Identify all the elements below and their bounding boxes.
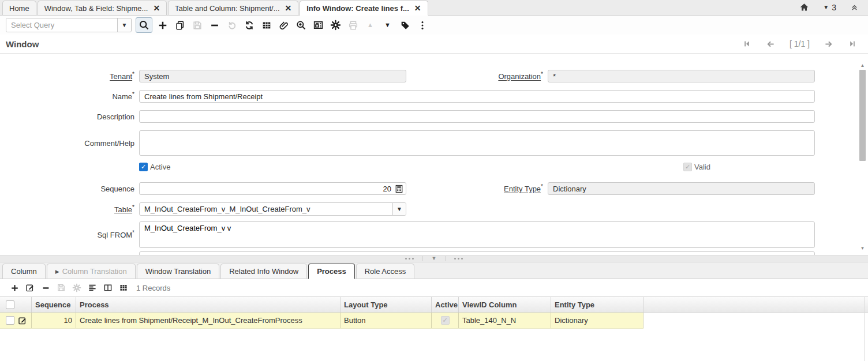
print-button[interactable] [345, 17, 361, 33]
col-process[interactable]: Process [76, 297, 341, 312]
sequence-field[interactable] [144, 185, 391, 193]
undo-button[interactable] [223, 17, 240, 33]
table-row[interactable]: 10 Create lines from Shipment/Receipt_M_… [0, 313, 643, 329]
split-layout-button[interactable] [103, 283, 113, 293]
tab-related-info-window[interactable]: Related Info Window [220, 264, 307, 279]
tab-role-access[interactable]: Role Access [356, 264, 415, 279]
tab-label: Table and Column: Shipment/... [175, 4, 279, 13]
close-icon[interactable]: ✕ [153, 4, 160, 12]
col-entity-type[interactable]: Entity Type [551, 297, 643, 312]
close-icon[interactable]: ✕ [285, 4, 292, 12]
tab-table-and-column[interactable]: Table and Column: Shipment/...✕ [168, 1, 298, 16]
splitter[interactable]: ▼ [0, 255, 868, 262]
row-select-checkbox[interactable] [6, 316, 14, 325]
last-record-button[interactable] [847, 39, 856, 48]
attachment-button[interactable] [275, 17, 292, 33]
comment-help-field[interactable] [139, 130, 815, 156]
new-record-button[interactable] [154, 17, 171, 33]
table-combobox[interactable]: M_InOut_CreateFrom_v_M_InOut_CreateFrom_… [139, 202, 406, 216]
tab-process[interactable]: Process [308, 264, 355, 279]
home-icon[interactable] [799, 2, 809, 12]
grid-view-button[interactable] [258, 17, 275, 33]
quick-form-button[interactable] [87, 283, 98, 293]
label-button[interactable] [396, 17, 413, 33]
name-field[interactable] [144, 92, 810, 101]
col-sequence[interactable]: Sequence [32, 297, 76, 312]
report-button[interactable] [310, 17, 327, 33]
previous-record-button[interactable] [766, 39, 776, 49]
scroll-down-icon[interactable]: ▼ [859, 246, 866, 251]
active-row-checkbox: ✓ [441, 316, 450, 325]
save-button[interactable] [189, 17, 205, 33]
tab-column[interactable]: Column [2, 264, 46, 279]
more-options-button[interactable] [414, 17, 431, 33]
tab-label: Window, Tab & Field: Shipme... [44, 4, 148, 13]
calculator-icon[interactable] [395, 185, 403, 193]
record-indicator: [ 1/1 ] [790, 39, 810, 48]
zoom-across-button[interactable] [293, 17, 309, 33]
detail-scroll-rail [864, 297, 865, 361]
parent-record-button[interactable]: ▲ [362, 17, 379, 33]
detail-tab-bar: Column ▶Column Translation Window Transl… [0, 262, 868, 279]
windows-count: 3 [832, 3, 836, 12]
main-toolbar: ▼ ▲ ▼ [0, 16, 868, 35]
open-windows-dropdown[interactable]: ▼ 3 [823, 3, 836, 12]
detail-save-button[interactable] [56, 283, 66, 293]
scrollbar-thumb[interactable] [859, 70, 866, 161]
col-viewid-column[interactable]: ViewID Column [459, 297, 551, 312]
table-dropdown-button[interactable]: ▼ [392, 203, 406, 215]
sequence-label: Sequence [0, 185, 134, 193]
refresh-button[interactable] [241, 17, 257, 33]
comment-help-label: Comment/Help [0, 139, 134, 148]
col-active[interactable]: Active [432, 297, 459, 312]
col-layout-type[interactable]: Layout Type [341, 297, 432, 312]
next-record-button[interactable] [824, 39, 833, 49]
sql-from-field[interactable]: M_InOut_CreateFrom_v v [139, 221, 815, 248]
caret-down-icon: ▼ [396, 206, 402, 212]
copy-record-button[interactable] [171, 17, 188, 33]
search-button[interactable] [136, 17, 152, 33]
entity-type-field: Dictionary [548, 182, 815, 195]
splitter-handle[interactable]: ▼ [397, 256, 472, 261]
row-edit-button[interactable] [18, 316, 27, 325]
page-title: Window [6, 39, 39, 49]
combo-dropdown-button[interactable]: ▼ [117, 18, 131, 32]
breadcrumb-row: Window [ 1/1 ] [0, 35, 868, 54]
organization-field: * [548, 70, 815, 82]
detail-record-button[interactable]: ▼ [379, 17, 396, 33]
active-checkbox[interactable]: ✓ [139, 163, 148, 171]
select-query-input[interactable] [6, 18, 117, 32]
delete-record-button[interactable] [206, 17, 223, 33]
organization-label[interactable]: Organization* [406, 71, 543, 81]
tenant-label[interactable]: Tenant* [0, 71, 134, 81]
detail-gear-button[interactable] [72, 283, 82, 293]
tab-window-tab-field[interactable]: Window, Tab & Field: Shipme...✕ [38, 1, 167, 16]
description-label: Description [0, 112, 134, 121]
cell-entity-type: Dictionary [551, 313, 643, 328]
tab-window-translation[interactable]: Window Translation [137, 264, 219, 279]
form-scrollbar[interactable]: ▲ ▼ [859, 63, 866, 251]
detail-toolbar: 1 Records [0, 279, 868, 296]
tab-label: Info Window: Create lines f... [306, 4, 409, 13]
scroll-up-icon[interactable]: ▲ [859, 63, 866, 68]
detail-edit-button[interactable] [25, 283, 35, 293]
tab-home[interactable]: Home [2, 1, 36, 16]
tab-info-window[interactable]: Info Window: Create lines f...✕ [300, 1, 428, 16]
active-label: Active [150, 163, 170, 171]
table-label[interactable]: Table* [0, 204, 134, 214]
process-gear-button[interactable] [327, 17, 344, 33]
detail-new-button[interactable] [9, 283, 20, 293]
splitter-collapse-icon[interactable]: ▼ [422, 256, 446, 261]
detail-grid-button[interactable] [118, 283, 129, 293]
select-all-checkbox[interactable] [6, 300, 14, 309]
name-label: Name* [0, 91, 134, 101]
tab-column-translation[interactable]: ▶Column Translation [47, 264, 136, 279]
detail-delete-button[interactable] [40, 283, 51, 293]
first-record-button[interactable] [743, 39, 752, 48]
entity-type-label[interactable]: Entity Type* [406, 183, 543, 193]
collapse-up-icon[interactable] [850, 3, 859, 12]
close-icon[interactable]: ✕ [414, 4, 421, 12]
description-field[interactable] [144, 112, 810, 121]
cell-process: Create lines from Shipment/Receipt_M_InO… [76, 313, 341, 328]
sequence-field-wrap [139, 182, 406, 195]
